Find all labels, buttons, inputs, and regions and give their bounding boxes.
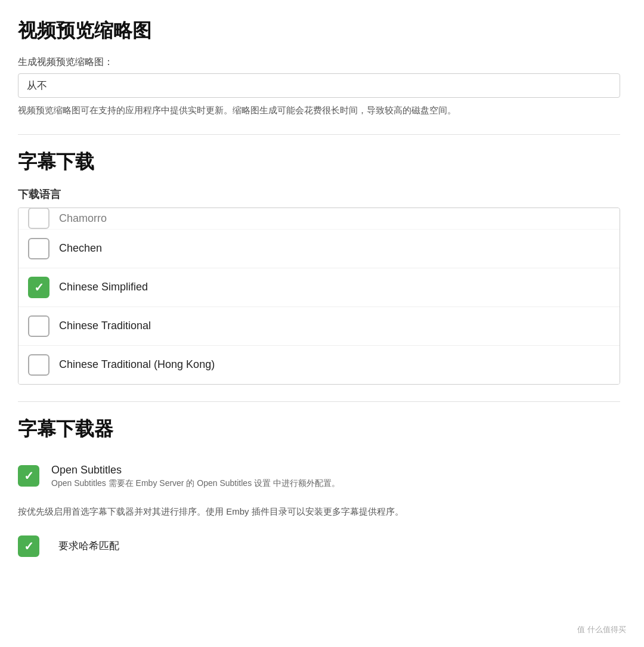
- subtitle-downloader-title: 字幕下载器: [18, 416, 620, 442]
- list-item[interactable]: Chechen: [18, 230, 620, 268]
- section-divider-2: [18, 401, 620, 402]
- list-item[interactable]: Chamorro: [18, 208, 620, 230]
- open-subtitles-info: Open Subtitles Open Subtitles 需要在 Emby S…: [51, 464, 340, 489]
- chinese-simplified-label: Chinese Simplified: [59, 281, 148, 293]
- video-thumbnail-title: 视频预览缩略图: [18, 18, 620, 44]
- priority-description: 按优先级启用首选字幕下载器并对其进行排序。使用 Emby 插件目录可以安装更多字…: [18, 504, 620, 519]
- chechen-label: Chechen: [59, 242, 102, 255]
- thumbnail-description: 视频预览缩略图可在支持的应用程序中提供实时更新。缩略图生成可能会花费很长时间，导…: [18, 104, 620, 117]
- open-subtitles-item[interactable]: Open Subtitles Open Subtitles 需要在 Emby S…: [18, 454, 620, 499]
- subtitle-download-section: 字幕下载 下载语言 Chamorro Chechen Chinese Simpl…: [18, 149, 620, 385]
- list-item[interactable]: Chinese Traditional: [18, 307, 620, 346]
- chinese-traditional-hk-checkbox[interactable]: [28, 354, 49, 376]
- require-hash-checkbox[interactable]: [18, 535, 39, 557]
- require-hash-row[interactable]: 要求哈希匹配: [18, 535, 620, 557]
- subtitle-download-title: 字幕下载: [18, 149, 620, 175]
- chamorro-checkbox[interactable]: [28, 208, 49, 230]
- chinese-traditional-hk-label: Chinese Traditional (Hong Kong): [59, 358, 215, 371]
- section-divider-1: [18, 134, 620, 135]
- chinese-traditional-checkbox[interactable]: [28, 315, 49, 337]
- language-list: Chamorro Chechen Chinese Simplified Chin…: [18, 208, 620, 385]
- require-hash-label: 要求哈希匹配: [58, 539, 119, 553]
- chinese-simplified-checkbox[interactable]: [28, 277, 49, 298]
- subtitle-downloader-section: 字幕下载器 Open Subtitles Open Subtitles 需要在 …: [18, 416, 620, 519]
- video-thumbnail-section: 视频预览缩略图 生成视频预览缩略图： 从不 总是 按需 视频预览缩略图可在支持的…: [18, 18, 620, 117]
- chamorro-label: Chamorro: [59, 212, 107, 225]
- open-subtitles-name: Open Subtitles: [51, 464, 340, 476]
- open-subtitles-checkbox[interactable]: [18, 465, 39, 487]
- list-item[interactable]: Chinese Traditional (Hong Kong): [18, 346, 620, 384]
- chechen-checkbox[interactable]: [28, 238, 49, 259]
- download-lang-label: 下载语言: [18, 187, 620, 202]
- generate-label: 生成视频预览缩略图：: [18, 56, 620, 69]
- open-subtitles-desc: Open Subtitles 需要在 Emby Server 的 Open Su…: [51, 478, 340, 489]
- chinese-traditional-label: Chinese Traditional: [59, 320, 151, 332]
- list-item[interactable]: Chinese Simplified: [18, 268, 620, 307]
- generate-select[interactable]: 从不 总是 按需: [18, 73, 620, 98]
- watermark: 值 什么值得买: [577, 624, 626, 635]
